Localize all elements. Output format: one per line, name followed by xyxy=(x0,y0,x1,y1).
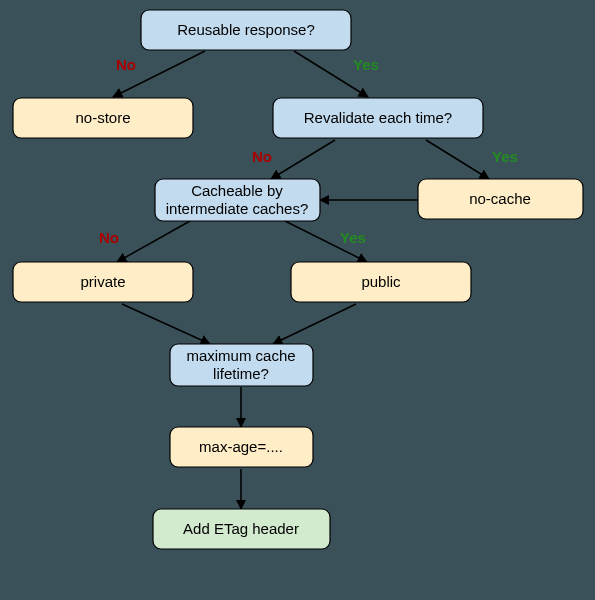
node-cacheable-l1: Cacheable by xyxy=(191,182,283,199)
caching-decision-flowchart: No Yes No Yes No Yes Reusable response? … xyxy=(0,0,595,600)
edge-label-no-2: No xyxy=(252,148,272,165)
node-no-store-label: no-store xyxy=(75,109,130,126)
node-no-cache-label: no-cache xyxy=(469,190,531,207)
node-max-lifetime-l1: maximum cache xyxy=(186,347,295,364)
edge-revalidate-cacheable xyxy=(271,140,335,179)
edge-revalidate-nocache xyxy=(426,140,489,179)
edge-label-yes-2: Yes xyxy=(492,148,518,165)
edge-private-maxlifetime xyxy=(122,304,210,344)
edge-cacheable-private xyxy=(117,221,190,262)
node-cacheable-l2: intermediate caches? xyxy=(166,200,309,217)
edge-public-maxlifetime xyxy=(273,304,356,344)
node-max-lifetime-l2: lifetime? xyxy=(213,365,269,382)
node-max-age-label: max-age=.... xyxy=(199,438,283,455)
node-revalidate-label: Revalidate each time? xyxy=(304,109,452,126)
edge-label-yes-1: Yes xyxy=(353,56,379,73)
edge-label-yes-3: Yes xyxy=(340,229,366,246)
edge-label-no-3: No xyxy=(99,229,119,246)
node-private-label: private xyxy=(80,273,125,290)
node-public-label: public xyxy=(361,273,401,290)
node-etag-label: Add ETag header xyxy=(183,520,299,537)
node-reusable-response-label: Reusable response? xyxy=(177,21,315,38)
edge-label-no-1: No xyxy=(116,56,136,73)
